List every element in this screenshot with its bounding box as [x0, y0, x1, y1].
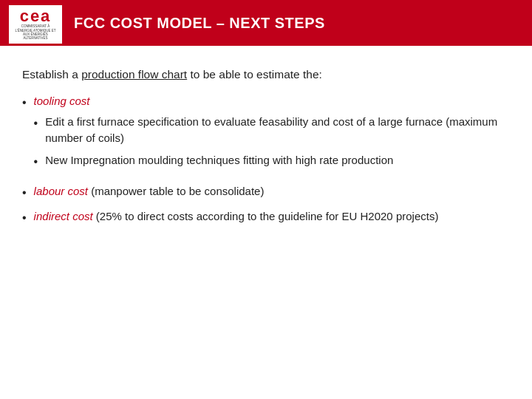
header: cea COMMISSARIAT À L'ÉNERGIE ATOMIQUE ET… — [0, 0, 532, 46]
sub-bullet-list: • Edit a first furnace specification to … — [34, 114, 510, 170]
indirect-cost-text: (25% to direct costs according to the gu… — [93, 210, 439, 222]
cea-logo-subtitle: COMMISSARIAT À L'ÉNERGIE ATOMIQUE ET AUX… — [13, 24, 58, 41]
intro-text-before: Establish a — [22, 68, 81, 81]
list-item: • labour cost (manpower table to be cons… — [22, 183, 510, 201]
bullet-content: tooling cost • Edit a first furnace spec… — [34, 93, 510, 175]
term-labour-cost: labour cost — [34, 185, 88, 197]
cea-logo: cea COMMISSARIAT À L'ÉNERGIE ATOMIQUE ET… — [9, 5, 62, 44]
intro-text-underlined: production flow chart — [81, 68, 187, 81]
sub-bullet-dot: • — [34, 153, 38, 170]
slide: cea COMMISSARIAT À L'ÉNERGIE ATOMIQUE ET… — [0, 0, 532, 399]
sub-bullet-text: Edit a first furnace specification to ev… — [45, 114, 510, 146]
bullet-content: labour cost (manpower table to be consol… — [34, 183, 510, 200]
bullet-content: indirect cost (25% to direct costs accor… — [34, 208, 510, 225]
sub-bullet-text: New Impregnation moulding techniques fit… — [45, 152, 393, 168]
list-item: • Edit a first furnace specification to … — [34, 114, 510, 146]
intro-paragraph: Establish a production flow chart to be … — [22, 66, 510, 83]
main-bullet-list: • tooling cost • Edit a first furnace sp… — [22, 93, 510, 233]
bullet-dot: • — [22, 94, 27, 111]
main-content: Establish a production flow chart to be … — [0, 46, 532, 399]
bullet-dot: • — [22, 184, 27, 201]
cea-logo-text: cea — [20, 8, 52, 24]
intro-text-after: to be able to estimate the: — [187, 68, 322, 81]
list-item: • New Impregnation moulding techniques f… — [34, 152, 510, 170]
bullet-dot: • — [22, 209, 27, 226]
slide-title: FCC COST MODEL – NEXT STEPS — [74, 15, 325, 32]
sub-bullet-dot: • — [34, 115, 38, 132]
list-item: • indirect cost (25% to direct costs acc… — [22, 208, 510, 226]
term-indirect-cost: indirect cost — [34, 210, 93, 222]
term-tooling-cost: tooling cost — [34, 95, 90, 107]
list-item: • tooling cost • Edit a first furnace sp… — [22, 93, 510, 175]
logo-container: cea COMMISSARIAT À L'ÉNERGIE ATOMIQUE ET… — [9, 6, 62, 43]
labour-cost-text: (manpower table to be consolidate) — [88, 185, 264, 197]
